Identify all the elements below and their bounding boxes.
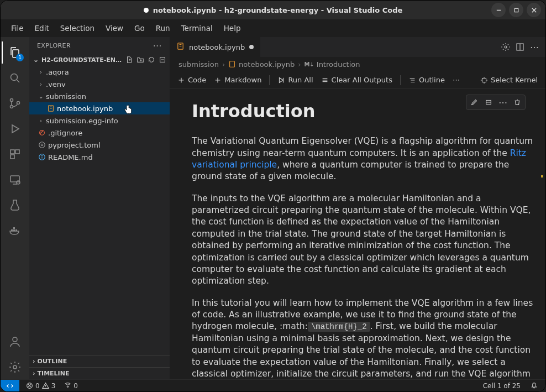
sidebar: EXPLORER ⋯ ⌄ H2-GROUNDSTATE-ENE… ›.aqora… [29,37,170,379]
svg-point-34 [39,142,45,148]
activity-settings[interactable] [2,355,28,379]
activity-extensions[interactable] [2,142,28,166]
cell-more-button[interactable]: ⋯ [497,97,509,108]
refresh-icon[interactable] [148,56,155,64]
svg-rect-1 [514,8,518,12]
sidebar-more-icon[interactable]: ⋯ [153,40,162,51]
dirty-dot-icon [144,8,149,13]
activity-run-debug[interactable] [2,117,28,141]
add-code-button[interactable]: Code [177,76,206,84]
activity-docker[interactable] [2,218,28,243]
timeline-section[interactable]: ›TIMELINE [29,367,170,379]
chevron-right-icon: › [222,60,225,69]
clear-outputs-button[interactable]: Clear All Outputs [321,76,392,84]
split-cell-button[interactable] [482,97,495,108]
project-name: H2-GROUNDSTATE-ENE… [41,56,123,64]
svg-point-41 [505,46,507,48]
cell-paragraph: The inputs to the VQE algorithm are a mo… [192,193,534,288]
new-file-icon[interactable] [125,56,133,64]
svg-point-6 [11,99,13,102]
window-minimize-button[interactable] [491,3,506,17]
window-title: notebook.ipynb - h2-groundstate-energy -… [153,6,403,14]
collapse-icon[interactable] [159,56,166,64]
activity-remote[interactable] [2,168,28,192]
menu-selection[interactable]: Selection [55,22,99,35]
svg-marker-49 [280,77,284,82]
svg-rect-44 [230,61,235,67]
remote-button[interactable] [1,380,19,392]
status-problems[interactable]: 0 3 [24,382,57,390]
chevron-right-icon: › [37,69,45,76]
menu-view[interactable]: View [101,22,128,35]
svg-point-8 [17,102,20,104]
sidebar-title: EXPLORER [37,42,71,49]
breadcrumbs[interactable]: submission › notebook.ipynb › M↓Introduc… [170,57,545,71]
svg-rect-11 [15,150,19,154]
activity-search[interactable] [2,66,28,90]
markdown-cell[interactable]: Introduction The Variational Quantum Eig… [192,99,534,379]
window-close-button[interactable] [527,3,541,17]
activity-testing[interactable] [2,193,28,217]
activity-explorer[interactable]: 1 [2,40,28,65]
tree-folder[interactable]: ›.aqora [29,66,170,78]
cell-paragraph: The Variational Quantum Eigensolver (VQE… [192,135,534,183]
tree-file[interactable]: pyproject.toml [29,139,170,151]
chevron-right-icon: › [33,370,35,377]
more-icon[interactable]: ⋯ [530,42,539,53]
warning-icon [42,382,49,389]
status-ports[interactable]: 0 [62,382,80,390]
menu-terminal[interactable]: Terminal [176,22,218,35]
gear-icon[interactable] [501,43,510,51]
notebook-body[interactable]: ⋯ Introduction The Variational Quantum E… [170,89,545,379]
tab-notebook[interactable]: notebook.ipynb [170,37,261,57]
outline-button[interactable]: Outline [408,76,445,84]
menu-go[interactable]: Go [129,22,150,35]
svg-point-4 [11,74,18,81]
crumb-folder: submission [179,60,219,69]
activity-source-control[interactable] [2,91,28,116]
project-section-header[interactable]: ⌄ H2-GROUNDSTATE-ENE… [29,54,170,66]
run-all-button[interactable]: Run All [277,76,313,84]
tree-file-notebook[interactable]: notebook.ipynb [29,102,170,114]
new-folder-icon[interactable] [136,56,144,64]
activity-accounts[interactable] [2,330,28,354]
delete-cell-button[interactable] [511,97,523,108]
svg-rect-10 [11,150,14,154]
divider [400,75,401,85]
cell-paragraph: In this tutorial you will learn how to i… [192,297,534,379]
window-maximize-button[interactable] [509,3,523,17]
gitignore-icon [37,129,47,137]
status-cell-position[interactable]: Cell 1 of 25 [481,382,523,390]
svg-point-7 [11,106,13,108]
menu-file[interactable]: File [6,22,29,35]
tree-folder[interactable]: ⌄submission [29,90,170,102]
menu-run[interactable]: Run [151,22,175,35]
status-notifications[interactable] [528,382,540,389]
chevron-down-icon: ⌄ [37,93,45,100]
svg-point-20 [13,337,17,342]
chevron-right-icon: › [37,81,45,88]
add-markdown-button[interactable]: Markdown [214,76,261,84]
outline-section[interactable]: ›OUTLINE [29,355,170,367]
select-kernel-button[interactable]: Select Kernel [480,76,538,84]
tree-folder[interactable]: ›.venv [29,78,170,90]
tree-file[interactable]: README.md [29,151,170,163]
statusbar: 0 3 0 Cell 1 of 25 [1,379,545,391]
menu-edit[interactable]: Edit [30,22,54,35]
tab-label: notebook.ipynb [189,43,245,51]
info-icon [37,153,47,161]
antenna-icon [64,382,71,389]
notebook-icon [176,42,185,52]
edit-cell-button[interactable] [468,97,480,108]
svg-point-37 [41,155,42,156]
more-icon[interactable]: ⋯ [453,76,460,84]
tree-folder[interactable]: ›submission.egg-info [29,114,170,127]
svg-rect-57 [482,78,486,82]
tree-file[interactable]: .gitignore [29,127,170,139]
menu-help[interactable]: Help [219,22,246,35]
notebook-toolbar: Code Markdown Run All Clear All Outputs … [170,71,545,89]
split-editor-icon[interactable] [516,43,524,51]
svg-point-33 [41,144,43,146]
crumb-file: notebook.ipynb [228,60,295,69]
editor-area: notebook.ipynb ⋯ submission › notebook.i… [170,37,545,379]
